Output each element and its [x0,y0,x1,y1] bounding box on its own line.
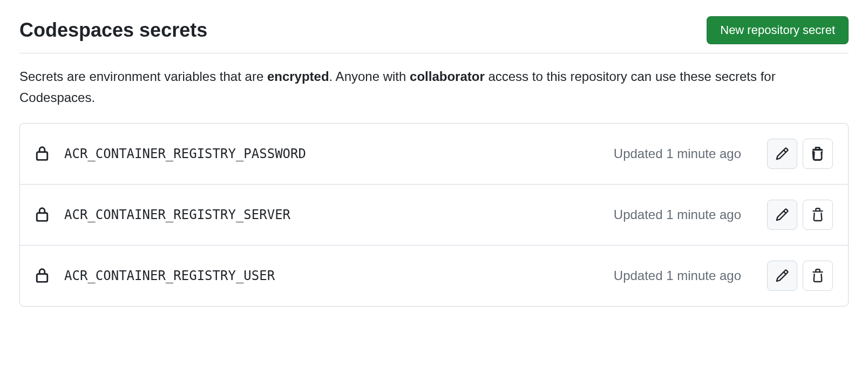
description-prefix: Secrets are environment variables that a… [19,69,267,84]
description-encrypted: encrypted [267,69,329,84]
secrets-list: ACR_CONTAINER_REGISTRY_PASSWORD Updated … [19,123,849,306]
secret-row: ACR_CONTAINER_REGISTRY_PASSWORD Updated … [20,124,848,184]
trash-icon [811,269,825,283]
lock-icon [35,146,49,162]
pencil-icon [775,208,789,222]
delete-secret-button[interactable] [803,200,833,230]
secret-updated: Updated 1 minute ago [614,207,741,222]
secret-actions [767,261,833,291]
delete-secret-button[interactable] [803,261,833,291]
lock-icon [35,207,49,223]
edit-secret-button[interactable] [767,139,797,169]
secret-row: ACR_CONTAINER_REGISTRY_SERVER Updated 1 … [20,184,848,245]
new-repository-secret-button[interactable]: New repository secret [707,16,849,44]
delete-secret-button[interactable] [803,139,833,169]
secret-updated: Updated 1 minute ago [614,146,741,161]
svg-rect-1 [37,213,48,221]
secret-name: ACR_CONTAINER_REGISTRY_USER [64,268,599,283]
secret-actions [767,139,833,169]
trash-icon [811,208,825,222]
description-collaborator: collaborator [410,69,485,84]
secret-row: ACR_CONTAINER_REGISTRY_USER Updated 1 mi… [20,245,848,306]
secret-name: ACR_CONTAINER_REGISTRY_PASSWORD [64,146,599,161]
description-mid: . Anyone with [329,69,410,84]
header-row: Codespaces secrets New repository secret [19,16,849,53]
description-text: Secrets are environment variables that a… [19,66,849,108]
trash-icon [811,147,825,161]
edit-secret-button[interactable] [767,261,797,291]
edit-secret-button[interactable] [767,200,797,230]
svg-rect-2 [37,274,48,282]
pencil-icon [775,147,789,161]
lock-icon [35,268,49,284]
secret-actions [767,200,833,230]
secret-updated: Updated 1 minute ago [614,268,741,283]
page-title: Codespaces secrets [19,19,207,42]
pencil-icon [775,269,789,283]
secret-name: ACR_CONTAINER_REGISTRY_SERVER [64,207,599,222]
svg-rect-0 [37,152,48,160]
